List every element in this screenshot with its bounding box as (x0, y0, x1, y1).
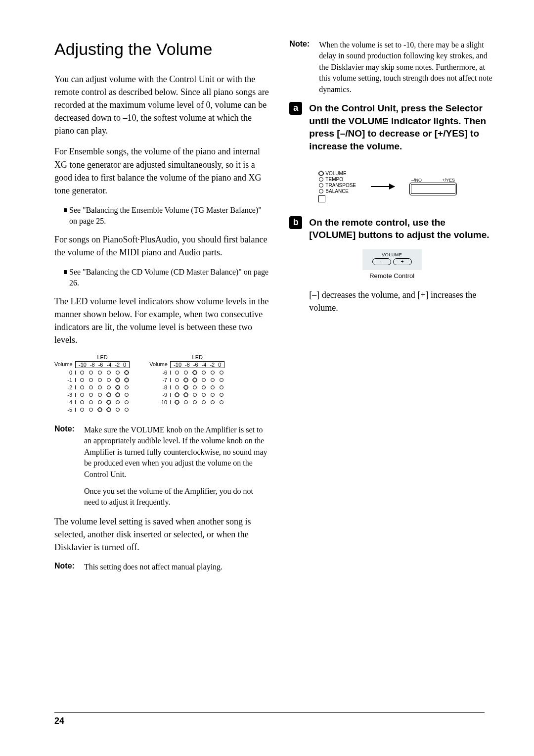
step-title: On the Control Unit, press the Selector … (309, 102, 494, 153)
cross-reference: See "Balancing the CD Volume (CD Master … (59, 267, 269, 289)
led-lit-icon (125, 378, 129, 382)
step-marker-b: b (289, 216, 302, 229)
led-off-icon (80, 378, 84, 382)
led-off-icon (98, 393, 102, 397)
led-off-icon (89, 371, 93, 375)
led-off-icon (184, 371, 188, 375)
step-a: a On the Control Unit, press the Selecto… (289, 102, 494, 153)
led-lit-icon (116, 378, 120, 382)
led-off-icon (211, 371, 215, 375)
ref-text: See "Balancing the Ensemble Volume (TG M… (69, 205, 269, 227)
page: Adjusting the Volume You can adjust volu… (0, 0, 534, 609)
led-off-icon (125, 400, 129, 404)
led-lit-icon (116, 385, 120, 389)
indicator-icon (319, 183, 323, 188)
led-off-icon (211, 393, 215, 397)
led-lit-icon (98, 408, 102, 412)
indicator-icon (319, 177, 323, 182)
led-off-icon (211, 400, 215, 404)
note-text: Once you set the volume of the Amplifier… (84, 486, 269, 508)
led-off-icon (211, 385, 215, 389)
note-block: Note: When the volume is set to -10, the… (289, 40, 494, 95)
led-off-icon (220, 371, 223, 375)
no-yes-button-icon (409, 183, 457, 195)
led-off-icon (175, 371, 179, 375)
led-off-icon (116, 400, 120, 404)
selector-label: BALANCE (325, 189, 349, 194)
paragraph: The volume level setting is saved when a… (54, 515, 269, 554)
led-off-icon (107, 385, 111, 389)
led-off-icon (125, 408, 129, 412)
led-off-icon (98, 371, 102, 375)
led-off-icon (202, 385, 206, 389)
led-table-left: LEDVolume-10-8-6-4-200-1-2-3-4-5 (54, 354, 130, 413)
remote-plus-button-icon: + (393, 258, 412, 265)
note-text: Make sure the VOLUME knob on the Amplifi… (84, 425, 269, 480)
right-column: Note: When the volume is set to -10, the… (289, 40, 494, 579)
paragraph: [–] decreases the volume, and [+] increa… (309, 288, 494, 314)
note-label: Note: (289, 40, 313, 95)
indicator-lit-icon (319, 171, 323, 176)
selector-label: VOLUME (325, 171, 346, 176)
led-off-icon (80, 408, 84, 412)
led-off-icon (220, 385, 223, 389)
led-lit-icon (107, 400, 111, 404)
selector-list: VOLUME TEMPO TRANSPOSE BALANCE (319, 171, 356, 202)
no-yes-block: –/NO +/YES (409, 178, 457, 195)
led-lit-icon (193, 371, 197, 375)
led-off-icon (89, 400, 93, 404)
left-column: Adjusting the Volume You can adjust volu… (54, 40, 269, 579)
led-lit-icon (175, 393, 179, 397)
led-off-icon (125, 393, 129, 397)
led-off-icon (80, 393, 84, 397)
led-lit-icon (184, 393, 188, 397)
led-off-icon (202, 393, 206, 397)
note-block: Note: Make sure the VOLUME knob on the A… (54, 425, 269, 508)
selector-label: TRANSPOSE (325, 183, 356, 188)
led-off-icon (80, 371, 84, 375)
led-off-icon (89, 393, 93, 397)
led-off-icon (220, 378, 223, 382)
paragraph: For Ensemble songs, the volume of the pi… (54, 145, 269, 196)
remote-volume-label: VOLUME (368, 252, 416, 257)
paragraph: The LED volume level indicators show vol… (54, 295, 269, 346)
ref-text: See "Balancing the CD Volume (CD Master … (69, 267, 269, 289)
led-off-icon (89, 408, 93, 412)
selector-label: TEMPO (325, 177, 343, 182)
led-off-icon (116, 408, 120, 412)
led-lit-icon (107, 408, 111, 412)
note-label: Note: (54, 425, 78, 508)
no-label: –/NO (411, 178, 422, 183)
led-off-icon (202, 371, 206, 375)
led-lit-icon (193, 378, 197, 382)
remote-minus-button-icon: – (372, 258, 391, 265)
led-off-icon (220, 400, 223, 404)
remote-diagram: VOLUME – + (362, 249, 422, 270)
led-off-icon (125, 385, 129, 389)
led-lit-icon (125, 371, 129, 375)
led-lit-icon (175, 400, 179, 404)
led-off-icon (116, 371, 120, 375)
led-lit-icon (184, 385, 188, 389)
led-off-icon (98, 385, 102, 389)
indicator-icon (319, 189, 323, 193)
led-off-icon (89, 385, 93, 389)
led-off-icon (80, 385, 84, 389)
arrow-right-icon (371, 186, 395, 187)
paragraph: You can adjust volume with the Control U… (54, 73, 269, 137)
step-b: b On the remote control, use the [VOLUME… (289, 216, 494, 241)
pointer-icon (59, 206, 69, 215)
remote-caption: Remote Control (289, 272, 494, 280)
led-off-icon (98, 378, 102, 382)
cross-reference: See "Balancing the Ensemble Volume (TG M… (59, 205, 269, 227)
led-off-icon (193, 393, 197, 397)
led-off-icon (98, 400, 102, 404)
selector-diagram: VOLUME TEMPO TRANSPOSE BALANCE –/NO +/YE… (289, 161, 494, 216)
note-text: This setting does not affect manual play… (84, 562, 222, 572)
led-off-icon (80, 400, 84, 404)
selector-button-icon (318, 195, 325, 202)
led-off-icon (89, 378, 93, 382)
led-lit-icon (184, 378, 188, 382)
step-title: On the remote control, use the [VOLUME] … (309, 216, 494, 241)
led-off-icon (193, 385, 197, 389)
